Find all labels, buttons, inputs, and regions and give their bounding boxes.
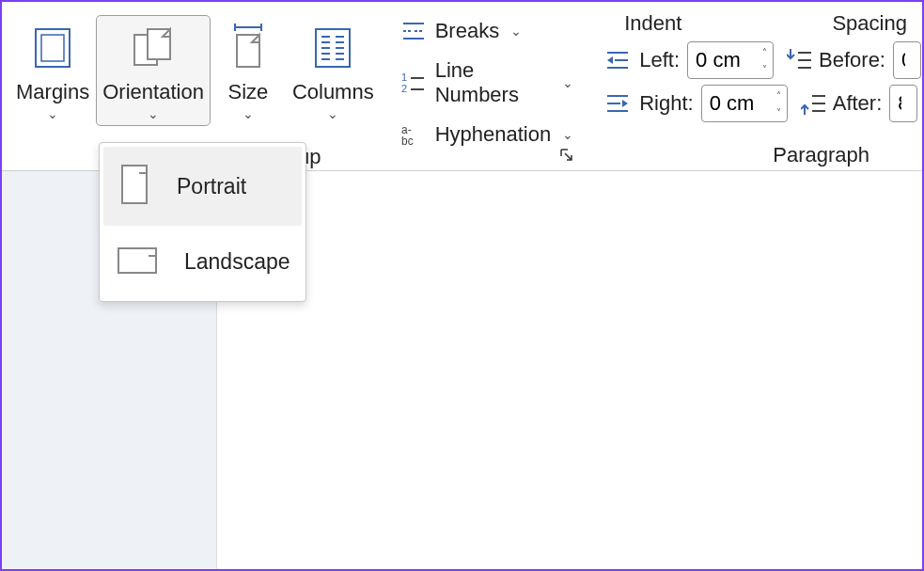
svg-rect-41 xyxy=(122,166,147,203)
columns-button[interactable]: Columns ⌄ xyxy=(286,15,381,126)
breaks-button[interactable]: Breaks ⌄ xyxy=(396,15,580,47)
orientation-landscape-item[interactable]: Landscape xyxy=(103,226,302,297)
spin-down[interactable]: ˅ xyxy=(771,103,787,120)
orientation-button[interactable]: Orientation ⌄ xyxy=(96,15,211,126)
landscape-icon xyxy=(117,243,162,280)
indent-right-label: Right: xyxy=(639,91,693,116)
svg-rect-42 xyxy=(118,248,156,273)
margins-icon xyxy=(30,22,75,74)
chevron-down-icon: ⌄ xyxy=(327,106,338,121)
orientation-portrait-label: Portrait xyxy=(177,174,246,199)
svg-text:2: 2 xyxy=(401,83,407,94)
spin-up[interactable]: ˄ xyxy=(757,43,773,60)
portrait-icon xyxy=(117,164,154,209)
breaks-icon xyxy=(401,20,426,42)
indent-left-input[interactable] xyxy=(688,48,756,72)
indent-header: Indent xyxy=(624,11,681,36)
svg-rect-8 xyxy=(316,29,350,67)
indent-left-icon xyxy=(607,49,634,71)
hyphenation-label: Hyphenation xyxy=(435,122,552,147)
chevron-down-icon: ⌄ xyxy=(243,106,254,121)
margins-label: Margins xyxy=(16,80,89,104)
size-label: Size xyxy=(227,80,268,104)
page-setup-dialog-launcher[interactable] xyxy=(559,148,574,163)
spacing-before-label: Before: xyxy=(819,48,885,72)
orientation-label: Orientation xyxy=(102,80,204,104)
indent-left-spinbox[interactable]: ˄˅ xyxy=(687,41,774,79)
size-button[interactable]: Size ⌄ xyxy=(211,15,286,126)
spin-down[interactable]: ˅ xyxy=(757,60,773,77)
line-numbers-icon: 12 xyxy=(401,71,426,94)
paragraph-group-label: Paragraph xyxy=(773,143,869,167)
spacing-header: Spacing xyxy=(832,11,907,36)
indent-right-input[interactable] xyxy=(702,91,770,116)
spacing-after-label: After: xyxy=(833,91,883,116)
chevron-down-icon: ⌄ xyxy=(47,106,58,121)
indent-left-label: Left: xyxy=(639,48,680,72)
spacing-before-spinbox[interactable] xyxy=(893,41,921,79)
columns-label: Columns xyxy=(292,80,374,104)
orientation-landscape-label: Landscape xyxy=(184,249,290,275)
size-icon xyxy=(226,22,271,74)
spacing-before-input[interactable] xyxy=(894,48,913,72)
svg-text:bc: bc xyxy=(401,135,414,147)
spacing-after-icon xyxy=(801,92,827,115)
spacing-after-spinbox[interactable] xyxy=(889,85,917,122)
chevron-down-icon: ⌄ xyxy=(148,106,159,121)
chevron-down-icon: ⌄ xyxy=(510,24,522,39)
hyphenation-icon: a-bc xyxy=(401,122,426,147)
columns-icon xyxy=(312,22,353,74)
chevron-down-icon: ⌄ xyxy=(562,75,573,90)
margins-button[interactable]: Margins ⌄ xyxy=(9,15,96,126)
spin-up[interactable]: ˄ xyxy=(771,87,787,103)
svg-rect-1 xyxy=(41,35,64,61)
orientation-portrait-item[interactable]: Portrait xyxy=(103,147,302,226)
chevron-down-icon: ⌄ xyxy=(562,127,573,142)
paragraph-group: Indent Spacing Left: ˄˅ xyxy=(594,2,924,170)
line-numbers-label: Line Numbers xyxy=(435,58,552,107)
line-numbers-button[interactable]: 12 Line Numbers ⌄ xyxy=(396,55,580,111)
svg-text:1: 1 xyxy=(401,71,407,83)
orientation-icon xyxy=(129,22,178,74)
page-setup-small-buttons: Breaks ⌄ 12 Line Numbers ⌄ a-bc Hyphenat… xyxy=(388,2,587,170)
spacing-after-input[interactable] xyxy=(890,91,909,116)
indent-right-icon xyxy=(607,92,634,115)
breaks-label: Breaks xyxy=(435,19,499,43)
indent-right-spinbox[interactable]: ˄˅ xyxy=(701,85,788,122)
spacing-before-icon xyxy=(787,49,813,71)
orientation-dropdown: Portrait Landscape xyxy=(99,142,306,302)
hyphenation-button[interactable]: a-bc Hyphenation ⌄ xyxy=(396,119,580,151)
document-page[interactable] xyxy=(216,171,922,569)
